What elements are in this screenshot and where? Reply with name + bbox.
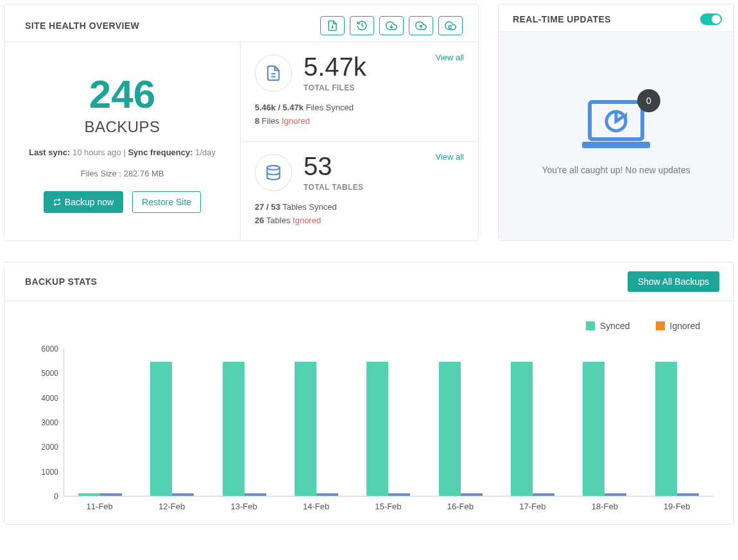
update-count-badge: 0 (637, 89, 660, 112)
bar-ignored (100, 493, 122, 496)
laptop-icon: 0 (581, 98, 651, 152)
chart-legend: Synced Ignored (25, 321, 713, 331)
x-label: 18-Feb (569, 496, 640, 511)
x-label: 16-Feb (424, 496, 496, 511)
realtime-toggle[interactable] (700, 13, 722, 25)
total-files-value: 5.47k (304, 54, 366, 80)
show-all-backups-button[interactable]: Show All Backups (628, 271, 719, 292)
x-label: 11-Feb (64, 496, 135, 511)
legend-synced: Synced (586, 321, 630, 331)
cloud-upload-icon[interactable] (409, 16, 433, 35)
bar-ignored (172, 493, 194, 496)
history-icon[interactable] (350, 16, 374, 35)
x-label: 14-Feb (280, 496, 352, 511)
bar-ignored (316, 493, 338, 496)
backups-count: 246 (17, 74, 227, 114)
backup-now-button[interactable]: Backup now (44, 191, 123, 213)
file-download-icon[interactable] (320, 16, 345, 35)
bar-ignored (245, 493, 266, 496)
x-label: 13-Feb (208, 496, 280, 511)
bar-group (641, 349, 713, 496)
y-tick: 4000 (41, 394, 58, 403)
realtime-title: REAL-TIME UPDATES (513, 14, 611, 24)
backup-stats-title: BACKUP STATS (25, 276, 97, 287)
bar-ignored (461, 493, 483, 496)
backups-label: BACKUPS (17, 118, 227, 136)
backup-stats-card: BACKUP STATS Show All Backups Synced Ign… (4, 262, 734, 525)
tables-ignored-line: 26 Tables Ignored (255, 216, 464, 225)
file-icon (255, 55, 292, 92)
y-tick: 3000 (41, 418, 58, 427)
bar-synced (439, 362, 461, 496)
y-tick: 0 (54, 492, 58, 501)
cloud-sync-icon[interactable] (438, 16, 463, 35)
site-health-toolbar (320, 16, 463, 35)
bar-group (425, 349, 497, 496)
backups-summary: 246 BACKUPS Last sync: 10 hours ago | Sy… (4, 42, 241, 241)
svg-rect-6 (582, 142, 650, 148)
bar-group (569, 349, 640, 496)
total-files-block: View all 5.47k TOTAL FILES 5.46k / 5.47k… (241, 42, 478, 142)
bar-synced (223, 362, 245, 496)
svg-point-4 (267, 165, 280, 170)
y-tick: 2000 (41, 443, 58, 452)
backup-chart: 0100020003000400050006000 (25, 349, 713, 496)
tables-synced-line: 27 / 53 Tables Synced (255, 202, 464, 212)
restore-site-button[interactable]: Restore Site (132, 191, 201, 213)
bar-group (136, 349, 208, 496)
files-size: Files Size : 282.76 MB (17, 169, 227, 178)
view-all-tables-link[interactable]: View all (435, 152, 464, 162)
bar-synced (583, 362, 605, 496)
site-health-card: SITE HEALTH OVERVIEW (4, 4, 479, 241)
x-label: 19-Feb (641, 496, 713, 511)
bar-ignored (605, 493, 626, 496)
files-synced-line: 5.46k / 5.47k Files Synced (255, 103, 464, 112)
y-tick: 1000 (41, 468, 58, 477)
x-label: 15-Feb (352, 496, 424, 511)
bar-ignored (388, 493, 410, 496)
caught-up-text: You're all caught up! No new updates (542, 165, 691, 175)
realtime-card: REAL-TIME UPDATES 0 You're all caught (498, 4, 734, 241)
total-tables-label: TOTAL TABLES (304, 183, 363, 192)
bar-group (280, 349, 352, 496)
bar-synced (511, 362, 533, 496)
bar-synced (150, 362, 172, 496)
x-label: 12-Feb (135, 496, 207, 511)
site-health-title: SITE HEALTH OVERVIEW (25, 21, 139, 31)
total-tables-block: View all 53 TOTAL TABLES 27 / 53 Tables … (241, 142, 478, 241)
legend-ignored: Ignored (656, 321, 700, 331)
bar-group (352, 349, 424, 496)
y-tick: 5000 (41, 369, 58, 378)
view-all-files-link[interactable]: View all (435, 53, 464, 62)
bar-synced (366, 362, 388, 496)
bar-group (209, 349, 280, 496)
total-files-label: TOTAL FILES (304, 83, 366, 92)
sync-info: Last sync: 10 hours ago | Sync frequency… (17, 148, 227, 157)
bar-ignored (677, 493, 699, 496)
bar-synced (655, 362, 677, 496)
files-ignored-line: 8 Files Ignored (255, 116, 464, 126)
y-tick: 6000 (41, 344, 58, 353)
cloud-download-icon[interactable] (379, 16, 404, 35)
x-label: 17-Feb (497, 496, 569, 511)
bar-group (64, 349, 136, 496)
database-icon (255, 154, 292, 191)
total-tables-value: 53 (304, 153, 363, 179)
bar-ignored (533, 493, 554, 496)
bar-group (497, 349, 569, 496)
bar-synced (78, 493, 100, 496)
bar-synced (295, 362, 316, 496)
